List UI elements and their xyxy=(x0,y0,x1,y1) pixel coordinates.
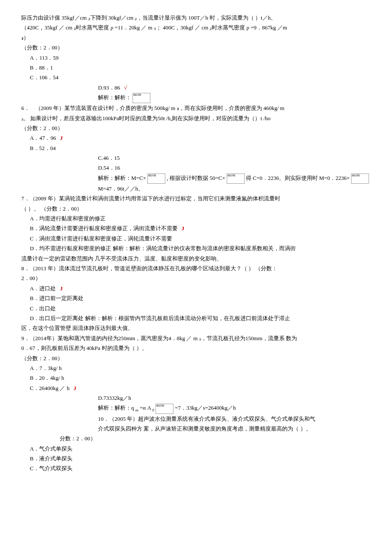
subscript-0: 0 xyxy=(152,408,154,412)
q9-ana-a: 解析：解析：q xyxy=(98,405,135,411)
q5-stem-cont3: ₃） xyxy=(21,33,371,43)
q10-score: 分数：2．00） xyxy=(21,434,371,443)
q6-analysis-l1: 解析：解析：M=C× , 根据设计时数据 50=C× 得 C=0．2236。则实… xyxy=(21,173,371,184)
q6-option-a-row: A．47．96 J xyxy=(21,133,371,143)
q8-stem-l1: 8．（2013 年）流体流过节流孔板时，管道近壁面的流体静压在孔板的哪个区域达到… xyxy=(21,263,371,273)
q6-option-d: D.54．16 xyxy=(21,163,371,173)
q9-option-d: D.73332kg／h xyxy=(21,393,371,403)
q7-stem-l1: 7．（2009 年）某涡轮流量计和涡街流量计均用常温下的水进行过标定，当用它们来… xyxy=(21,194,371,203)
q6-ana-text-b: , 根据设计时数据 50=C× xyxy=(167,175,225,181)
q10-stem-l2: 介式双探头四种方 案，从声速矫正和测量灵敏度的角度考虑，测量精度最高的为（ ）。 xyxy=(21,424,371,434)
q9-analysis-row: 解析：解析：q m =α A 0 =7．33kg／s=26400kg／h xyxy=(21,403,371,413)
q8-option-c: C．出口处 xyxy=(21,304,371,313)
q7-option-c: C．涡街流量计需进行黏度和密度修正，涡轮流量计不需要 xyxy=(21,234,371,243)
q6-analysis-l2: M=47．96t／／h。 xyxy=(21,184,371,194)
q9-option-c-row: C．26400kg ／ h J xyxy=(21,383,371,393)
q8-option-d-l1: D．出口后一定距离处 解析：解析：根据管内节流孔板前后流体流动分析可知，在孔板进… xyxy=(21,313,371,323)
formula-image-icon xyxy=(156,404,173,414)
check-icon: J xyxy=(182,225,184,231)
subscript-m: m xyxy=(135,408,138,412)
q7-option-a: A．均需进行黏度和密度的修正 xyxy=(21,214,371,223)
formula-image-icon xyxy=(147,173,165,184)
q7-option-d-l2: 流量计在一定的雷诺数范围内 几乎不受流体压力、温度、黏度和密度的变化影响。 xyxy=(21,254,371,263)
q9-ana-c: =7．33kg／s=26400kg／h xyxy=(175,405,236,411)
q9-score: （分数：2．00） xyxy=(21,353,371,363)
q8-option-d-l2: 区，在这个位置管壁 面流体静压达到最大值。 xyxy=(21,323,371,333)
q5-option-b: B．88．1 xyxy=(21,63,371,72)
q9-ana-b: =α A xyxy=(138,405,153,411)
q9-option-a: A．7．3kg/ h xyxy=(21,363,371,373)
check-icon: J xyxy=(73,385,76,391)
q9-stem-l2: 0．67，则孔板前后压差为 40kPa 时的流量为（ ）。 xyxy=(21,343,371,353)
q5-score: （分数：2．00） xyxy=(21,43,371,52)
q7-option-d-l1: D．均不需进行黏度和密度的修正 解析：解析：涡轮流量计的仪表常数与流体的密度和黏… xyxy=(21,243,371,253)
q5-analysis-row: 解析：解析： xyxy=(21,92,371,103)
q10-option-b: B．液介式单探头 xyxy=(21,454,371,463)
q8-stem-l2: 2．00） xyxy=(21,273,371,283)
q5-option-d: D.93．86 xyxy=(98,84,120,91)
q6-score: （分数：2．00） xyxy=(21,123,371,133)
q10-option-a: A．气介式单探头 xyxy=(21,444,371,454)
q10-option-c: C．气介式双探头 xyxy=(21,463,371,473)
q9-option-b: B．20．4kg/ h xyxy=(21,373,371,383)
q6-ana-text-a: 解析：解析：M=C× xyxy=(98,175,146,181)
q7-option-b-row: B．涡轮流量计需要进行黏度和密度修正，涡街流量计不需要 J xyxy=(21,223,371,233)
q5-stem-cont2: （420C，35kgf ／ cm ₂时水蒸气密度 ρ =11．20kg ／ m … xyxy=(21,23,371,32)
formula-image-icon xyxy=(227,173,245,184)
q5-stem-cont1: 际压力由设计值 35kgf／cm ₂下降到 30kgf／cm ₂，当流量计显示值… xyxy=(21,13,371,23)
formula-image-icon xyxy=(351,173,369,184)
q8-option-b: B．进口前一定距离处 xyxy=(21,293,371,303)
check-icon: J xyxy=(60,285,63,292)
q6-option-c: C.46．15 xyxy=(21,153,371,163)
check-icon: √ xyxy=(124,84,127,91)
q6-stem-l1: 6． （2009 年）某节流装置在设计时，介质的密度为 500kg/ m ₃，而… xyxy=(21,103,371,113)
q5-option-d-row: D.93．86 √ xyxy=(21,83,371,92)
q6-ana-text-c: 得 C=0．2236。则实际使用时 M=0．2236× xyxy=(246,175,350,181)
q6-option-b: B．52．04 xyxy=(21,143,371,153)
q5-option-c: C．106．54 xyxy=(21,72,371,82)
q8-option-a: A．进口处 xyxy=(30,285,56,292)
q7-stem-l2: （ ）。 （分数：2．00） xyxy=(21,204,371,214)
q9-stem-l1: 9．（2014年）某饱和蒸汽管道的内径为250mm，蒸汽密度为4．8kg ／ m… xyxy=(21,333,371,343)
q6-option-a: A．47．96 xyxy=(30,135,56,141)
q5-analysis-label: 解析：解析： xyxy=(98,94,131,101)
q5-option-a: A．113．59 xyxy=(21,53,371,63)
q8-option-a-row: A．进口处 J xyxy=(21,283,371,293)
q9-option-c: C．26400kg ／ h xyxy=(30,385,69,391)
q7-option-b: B．涡轮流量计需要进行黏度和密度修正，涡街流量计不需要 xyxy=(30,225,178,231)
q6-stem-l2: ₃。 如果设计时，差压变送器输出100kPa时对应的流量为50t /h,则在实际… xyxy=(21,113,371,123)
q10-stem-l1: 10．（2005 年）超声波水位测量系统有液介式单探头、液介式双探头、气介式单探… xyxy=(21,414,371,424)
formula-image-icon xyxy=(133,93,150,103)
check-icon: J xyxy=(60,135,63,141)
